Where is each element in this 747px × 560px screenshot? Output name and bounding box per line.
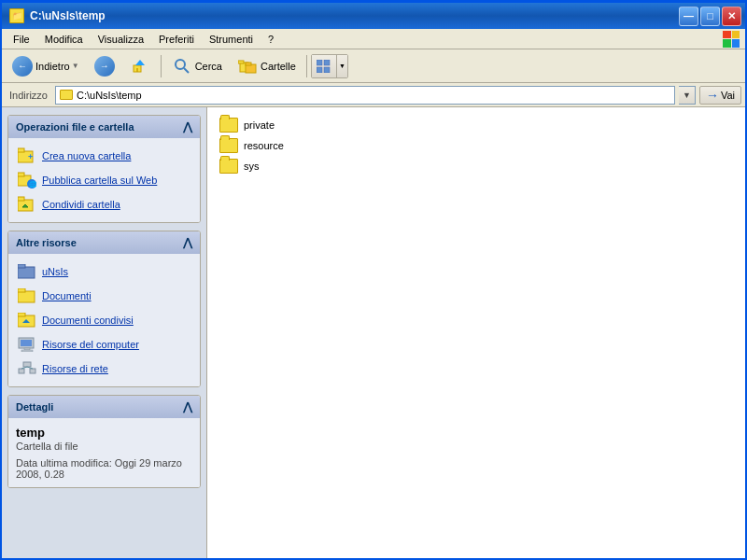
close-button[interactable]: ✕ xyxy=(722,7,741,26)
svg-text:🌐: 🌐 xyxy=(29,180,36,189)
svg-rect-9 xyxy=(317,60,322,65)
address-input-wrap xyxy=(55,86,675,105)
go-arrow-icon: → xyxy=(706,88,719,103)
svg-rect-26 xyxy=(18,288,25,292)
search-button[interactable]: Cerca xyxy=(165,53,229,79)
search-icon xyxy=(172,56,192,77)
back-dropdown-arrow[interactable]: ▼ xyxy=(72,62,79,70)
separator-1 xyxy=(161,55,162,77)
panel-item-web-publish[interactable]: 🌐 Pubblica cartella sul Web xyxy=(16,168,192,192)
web-publish-icon: 🌐 xyxy=(18,171,36,189)
minimize-button[interactable]: — xyxy=(679,7,698,26)
svg-line-4 xyxy=(184,68,189,73)
separator-2 xyxy=(306,55,307,77)
window-title: C:\uNsIs\temp xyxy=(30,9,106,22)
resource-folder-icon xyxy=(219,138,238,153)
maximize-button[interactable]: □ xyxy=(700,7,720,26)
forward-icon: → xyxy=(94,56,115,77)
view-dropdown-arrow[interactable]: ▼ xyxy=(336,55,347,77)
svg-rect-23 xyxy=(18,267,35,278)
panel-item-documenti[interactable]: Documenti xyxy=(16,284,192,308)
file-name-private: private xyxy=(244,119,275,131)
documenti-condivisi-icon xyxy=(18,311,36,329)
file-pane: private resource sys xyxy=(207,107,745,558)
panel-details-body: temp Cartella di file Data ultima modifi… xyxy=(8,418,200,487)
file-item-resource[interactable]: resource xyxy=(215,135,327,156)
main-content: Operazioni file e cartella ⋀ + Crea nuov… xyxy=(2,107,745,558)
title-buttons: — □ ✕ xyxy=(679,7,741,26)
go-button[interactable]: → Vai xyxy=(699,86,741,105)
panel-file-ops-header[interactable]: Operazioni file e cartella ⋀ xyxy=(8,116,200,138)
toolbar: ← Indietro ▼ → xyxy=(2,49,745,83)
window: 📁 C:\uNsIs\temp — □ ✕ File Modifica Visu… xyxy=(0,0,747,560)
svg-rect-21 xyxy=(18,197,24,201)
address-input[interactable] xyxy=(77,90,670,101)
details-date: Data ultima modifica: Oggi 29 marzo 2008… xyxy=(16,457,192,480)
svg-rect-24 xyxy=(18,264,25,268)
svg-rect-14 xyxy=(18,148,24,152)
details-folder-name: temp xyxy=(16,426,192,440)
menu-help[interactable]: ? xyxy=(261,30,281,49)
panel-item-share-folder[interactable]: Condividi cartella xyxy=(16,192,192,217)
svg-rect-32 xyxy=(24,348,30,350)
unsls-folder-icon xyxy=(18,262,36,281)
svg-point-3 xyxy=(176,60,185,69)
menu-visualizza[interactable]: Visualizza xyxy=(91,30,151,49)
svg-rect-25 xyxy=(18,291,35,302)
panel-details: Dettagli ⋀ temp Cartella di file Data ul… xyxy=(7,395,201,488)
panel-other-resources-header[interactable]: Altre risorse ⋀ xyxy=(8,231,200,254)
menu-modifica[interactable]: Modifica xyxy=(37,30,91,49)
new-folder-icon: + xyxy=(18,147,36,165)
address-folder-icon xyxy=(60,90,73,100)
panel-details-collapse-icon: ⋀ xyxy=(183,400,192,413)
address-label: Indirizzo xyxy=(6,90,51,101)
svg-rect-10 xyxy=(324,60,330,65)
panel-item-risorse-computer[interactable]: Risorse del computer xyxy=(16,332,192,357)
share-folder-icon xyxy=(18,195,36,214)
folders-button[interactable]: Cartelle xyxy=(231,53,303,79)
panel-item-unsls[interactable]: uNsIs xyxy=(16,259,192,284)
panel-file-ops: Operazioni file e cartella ⋀ + Crea nuov… xyxy=(7,115,201,223)
menu-file[interactable]: File xyxy=(6,30,37,49)
title-bar: 📁 C:\uNsIs\temp — □ ✕ xyxy=(2,3,745,29)
menu-preferiti[interactable]: Preferiti xyxy=(151,30,202,49)
panel-item-risorse-rete[interactable]: Risorse di rete xyxy=(16,357,192,381)
panel-other-resources: Altre risorse ⋀ uNsIs xyxy=(7,231,201,387)
title-bar-left: 📁 C:\uNsIs\temp xyxy=(9,8,106,23)
documenti-folder-icon xyxy=(18,287,36,305)
file-item-private[interactable]: private xyxy=(215,115,327,135)
private-folder-icon xyxy=(219,118,238,133)
sys-folder-icon xyxy=(219,159,238,174)
panel-item-new-folder[interactable]: + Crea nuova cartella xyxy=(16,144,192,168)
svg-marker-1 xyxy=(135,60,145,65)
forward-button[interactable]: → xyxy=(88,53,121,79)
back-button[interactable]: ← Indietro ▼ xyxy=(6,53,86,79)
panel-details-header[interactable]: Dettagli ⋀ xyxy=(8,396,200,418)
up-button[interactable] xyxy=(123,53,157,79)
details-folder-type: Cartella di file xyxy=(16,441,192,452)
panel-file-ops-body: + Crea nuova cartella 🌐 xyxy=(8,138,200,222)
svg-rect-12 xyxy=(324,67,330,73)
view-button-group[interactable]: ▼ xyxy=(311,54,348,78)
svg-rect-36 xyxy=(30,369,35,373)
folder-icon: 📁 xyxy=(9,8,24,23)
svg-rect-35 xyxy=(19,369,24,373)
file-item-sys[interactable]: sys xyxy=(215,156,327,176)
sidebar: Operazioni file e cartella ⋀ + Crea nuov… xyxy=(2,107,207,558)
svg-rect-28 xyxy=(18,313,25,316)
svg-rect-33 xyxy=(21,350,33,352)
svg-rect-8 xyxy=(246,63,251,65)
file-name-resource: resource xyxy=(244,140,284,151)
file-name-sys: sys xyxy=(244,161,260,172)
svg-rect-34 xyxy=(23,362,31,367)
view-button-main[interactable] xyxy=(312,55,336,77)
svg-text:+: + xyxy=(28,152,33,161)
svg-rect-6 xyxy=(238,61,244,63)
svg-rect-11 xyxy=(317,67,322,73)
menu-strumenti[interactable]: Strumenti xyxy=(202,30,261,49)
folders-icon xyxy=(237,56,258,77)
address-dropdown[interactable]: ▼ xyxy=(679,86,696,105)
panel-other-collapse-icon: ⋀ xyxy=(183,236,192,249)
panel-item-documenti-condivisi[interactable]: Documenti condivisi xyxy=(16,308,192,332)
windows-logo-area xyxy=(721,29,741,49)
